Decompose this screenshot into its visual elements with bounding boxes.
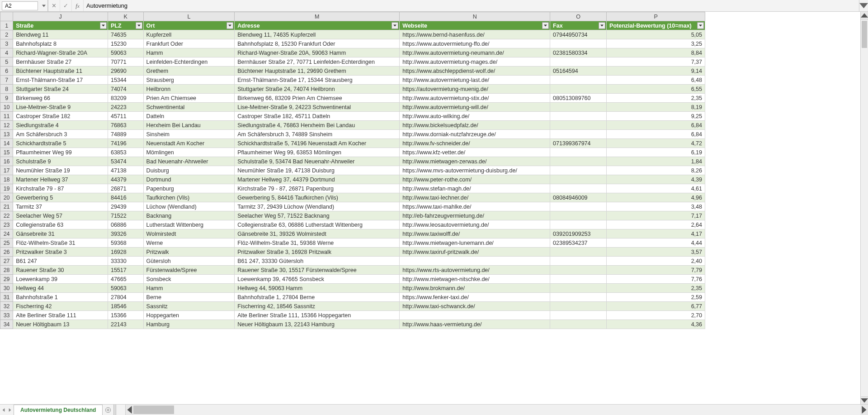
cell[interactable] xyxy=(550,293,607,302)
cell[interactable]: http://www.taxi-lechner.de/ xyxy=(400,193,550,202)
cell[interactable]: Bahnhofstraße 1 xyxy=(13,293,108,302)
cell[interactable]: 18546 xyxy=(108,302,143,311)
cell[interactable] xyxy=(550,57,607,67)
cell[interactable]: Neuer Höltigbaum 13 xyxy=(13,320,108,329)
cell[interactable]: 07944950734 xyxy=(550,30,607,39)
cell[interactable]: 27804 xyxy=(108,293,143,302)
cell[interactable] xyxy=(550,284,607,293)
cell[interactable]: 9,25 xyxy=(607,112,705,121)
cell[interactable]: 7,37 xyxy=(607,57,705,67)
cell[interactable]: Hoppegarten xyxy=(143,311,235,320)
filter-button[interactable] xyxy=(392,22,398,29)
cell[interactable]: http://www.haas-vermietung.de/ xyxy=(400,320,550,329)
cell[interactable]: 15230 xyxy=(108,39,143,48)
cell[interactable]: Hamburg xyxy=(143,320,235,329)
name-box[interactable] xyxy=(2,1,38,10)
row-header-13[interactable]: 13 xyxy=(0,130,13,139)
cell[interactable]: Martener Hellweg 37, 44379 Dortmund xyxy=(235,175,400,184)
cell[interactable]: Schulstraße 9, 53474 Bad Neuenahr-Ahrwei… xyxy=(235,157,400,166)
cell[interactable]: Pflaumheimer Weg 99, 63853 Mömlingen xyxy=(235,148,400,157)
cell[interactable]: Büchtener Hauptstraße 11, 29690 Grethem xyxy=(235,67,400,76)
cell[interactable]: Hamm xyxy=(143,48,235,57)
cell[interactable] xyxy=(400,257,550,266)
column-header-O[interactable]: O xyxy=(550,12,607,21)
cell[interactable]: http://www.peter-rothe.com/ xyxy=(400,175,550,184)
cell[interactable]: https://www.fenker-taxi.de/ xyxy=(400,293,550,302)
cell[interactable]: 9,14 xyxy=(607,67,705,76)
cell[interactable]: http://www.taxi-schwanck.de/ xyxy=(400,302,550,311)
cell[interactable]: B61 247, 33330 Gütersloh xyxy=(235,257,400,266)
scroll-down-icon[interactable] xyxy=(861,396,868,404)
cell[interactable]: 47138 xyxy=(108,166,143,175)
cell[interactable]: Bahnhofsplatz 8, 15230 Frankfurt Oder xyxy=(235,39,400,48)
cell[interactable]: http://www.taxiwolff.de/ xyxy=(400,229,550,239)
filter-button[interactable] xyxy=(100,22,107,29)
cell[interactable]: 6,55 xyxy=(607,85,705,94)
cell[interactable]: Dortmund xyxy=(143,175,235,184)
cell[interactable]: 8,19 xyxy=(607,103,705,112)
cell[interactable]: Strausberg xyxy=(143,76,235,85)
cell[interactable]: http://www.fv-schneider.de/ xyxy=(400,139,550,148)
cell[interactable]: Siedlungstraße 4, 76863 Herxheim Bei Lan… xyxy=(235,121,400,130)
cell[interactable]: Kirchstraße 79 - 87 xyxy=(13,184,108,193)
scroll-right-icon[interactable] xyxy=(860,405,868,415)
table-header-P[interactable]: Potenzial-Bewertung (10=max) xyxy=(607,21,705,30)
cell[interactable]: Birkenweg 66, 83209 Prien Am Chiemsee xyxy=(235,94,400,103)
cell[interactable]: 45711 xyxy=(108,112,143,121)
cell[interactable]: http://www.autovermietung-stix.de/ xyxy=(400,94,550,103)
cell[interactable] xyxy=(550,220,607,229)
cell[interactable]: http://www.autovermietung-will.de/ xyxy=(400,103,550,112)
cell[interactable]: http://www.autovermietung-mages.de/ xyxy=(400,57,550,67)
row-header-7[interactable]: 7 xyxy=(0,76,13,85)
cell[interactable]: 84416 xyxy=(108,193,143,202)
cell[interactable]: Neumühler Straße 19 xyxy=(13,166,108,175)
cell[interactable]: Berne xyxy=(143,293,235,302)
cell[interactable]: Bernhäuser Straße 27 xyxy=(13,57,108,67)
cell[interactable]: https://www.mvs-autovermietung-duisburg.… xyxy=(400,166,550,175)
cell[interactable]: Gänsebreite 31, 39326 Wolmirstedt xyxy=(235,229,400,239)
cell[interactable]: Herxheim Bei Landau xyxy=(143,121,235,130)
cell[interactable]: 24223 xyxy=(108,103,143,112)
formula-input[interactable] xyxy=(86,1,856,10)
vertical-scrollbar[interactable] xyxy=(860,12,868,404)
cell[interactable]: Gewerbering 5, 84416 Taufkirchen (Vils) xyxy=(235,193,400,202)
cell[interactable]: http://www.taxiruf-pritzwalk.de/ xyxy=(400,248,550,257)
cell[interactable] xyxy=(550,266,607,275)
row-header-23[interactable]: 23 xyxy=(0,220,13,229)
row-header-20[interactable]: 20 xyxy=(0,193,13,202)
cell[interactable]: 26871 xyxy=(108,184,143,193)
cell[interactable]: 05164594 xyxy=(550,67,607,76)
cell[interactable]: Alte Berliner Straße 111, 15366 Hoppegar… xyxy=(235,311,400,320)
cell[interactable]: Pritzwalk xyxy=(143,248,235,257)
row-header-9[interactable]: 9 xyxy=(0,94,13,103)
cell[interactable]: Mömlingen xyxy=(143,148,235,157)
cell[interactable]: 4,39 xyxy=(607,175,705,184)
cell[interactable]: B61 247 xyxy=(13,257,108,266)
cell[interactable]: 22143 xyxy=(108,320,143,329)
cell[interactable]: Pritzwalker Straße 3 xyxy=(13,248,108,257)
cell[interactable]: Bad Neuenahr-Ahrweiler xyxy=(143,157,235,166)
cell[interactable] xyxy=(550,248,607,257)
cell[interactable] xyxy=(550,121,607,130)
cell[interactable]: 63853 xyxy=(108,148,143,157)
name-box-dropdown[interactable] xyxy=(40,0,48,11)
cell[interactable]: 6,84 xyxy=(607,130,705,139)
row-header-22[interactable]: 22 xyxy=(0,211,13,220)
cell[interactable]: Lise-Meitner-Straße 9, 24223 Schwentinen… xyxy=(235,103,400,112)
cell[interactable]: http://www.brokmann.de/ xyxy=(400,284,550,293)
cell[interactable]: Seelacher Weg 57, 71522 Backnang xyxy=(235,211,400,220)
cell[interactable]: Loewenkamp 39, 47665 Sonsbeck xyxy=(235,275,400,284)
vertical-scroll-thumb[interactable] xyxy=(862,21,867,48)
cell[interactable]: 29439 xyxy=(108,202,143,211)
cell[interactable]: Fürstenwalde/Spree xyxy=(143,266,235,275)
cell[interactable]: Pritzwalker Straße 3, 16928 Pritzwalk xyxy=(235,248,400,257)
row-header-10[interactable]: 10 xyxy=(0,103,13,112)
cell[interactable]: 08084946009 xyxy=(550,193,607,202)
cell[interactable]: Hamm xyxy=(143,284,235,293)
cell[interactable] xyxy=(550,76,607,85)
cell[interactable]: 080513089760 xyxy=(550,94,607,103)
cell[interactable]: Birkenweg 66 xyxy=(13,94,108,103)
cell[interactable]: https://autovermietung-muenig.de/ xyxy=(400,85,550,94)
row-header-3[interactable]: 3 xyxy=(0,39,13,48)
cell[interactable]: http://www.auto-wilking.de/ xyxy=(400,112,550,121)
